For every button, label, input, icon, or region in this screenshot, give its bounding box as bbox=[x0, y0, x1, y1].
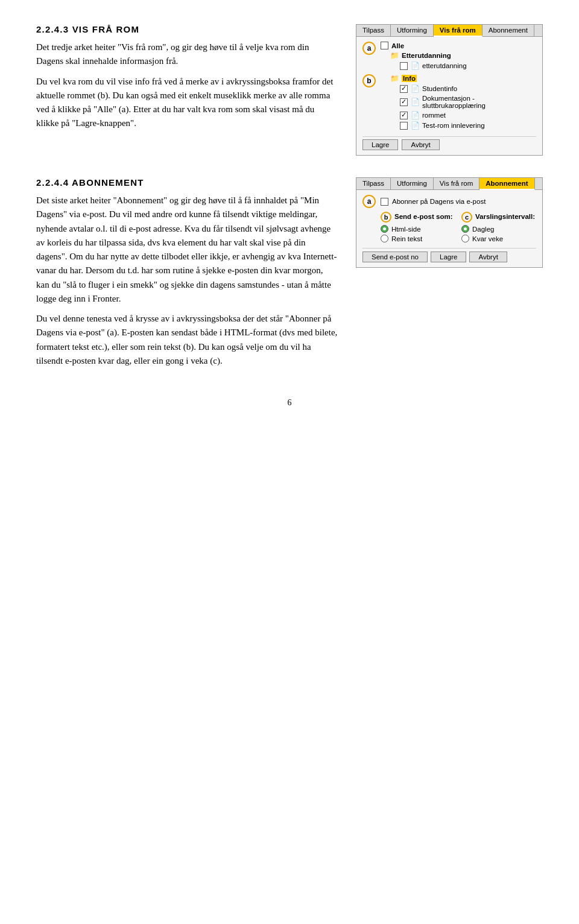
label-c-2: c bbox=[461, 212, 472, 223]
radio-kvarveke-label: Kvar veke bbox=[472, 235, 503, 242]
section1-para2: Du vel kva rom du vil vise info frå ved … bbox=[36, 75, 338, 131]
radio-html: Html-side bbox=[381, 225, 455, 233]
tree-item-testrom: 📄 Test-rom innlevering bbox=[400, 121, 536, 130]
section2-heading: 2.2.4.4 Abonnement bbox=[36, 177, 338, 188]
tab-utforming[interactable]: Utforming bbox=[391, 25, 434, 36]
ab-buttons-row: Send e-post no Lagre Avbryt bbox=[362, 248, 536, 262]
label-b: b bbox=[362, 74, 376, 87]
tree-b: 📁 Info 📄 Studentinfo 📄 bbox=[381, 74, 536, 131]
varsling-label: Varslingsintervall: bbox=[475, 213, 535, 220]
tree-item-etterutdanning-sub: 📄 etterutdanning bbox=[400, 62, 536, 70]
radio-rein: Rein tekst bbox=[381, 235, 455, 242]
label-b-2: b bbox=[381, 212, 391, 223]
tree-item-etterutdanning: 📁 Etterutdanning bbox=[390, 51, 536, 60]
radio-dagleg-label: Dagleg bbox=[472, 226, 494, 233]
section1-text: 2.2.4.3 Vis frå rom Det tredje arket hei… bbox=[36, 24, 338, 168]
folder-icon-etterutdanning: 📁 bbox=[390, 51, 399, 60]
tree-label-testrom: Test-rom innlevering bbox=[422, 122, 485, 129]
send-epost-button[interactable]: Send e-post no bbox=[362, 252, 428, 262]
ui-tab-bar-2: Tilpass Utforming Vis frå rom Abonnement bbox=[356, 178, 542, 190]
tab-vis-fra-rom[interactable]: Vis frå rom bbox=[434, 25, 482, 37]
folder-icon-testrom: 📄 bbox=[411, 121, 420, 130]
tree-label-rommet: rommet bbox=[422, 112, 446, 119]
section2-text: 2.2.4.4 Abonnement Det siste arket heite… bbox=[36, 177, 338, 374]
abonnement-ui: Tilpass Utforming Vis frå rom Abonnement… bbox=[356, 177, 543, 374]
folder-icon-dokumentasjon: 📄 bbox=[411, 98, 420, 106]
radio-kvarveke-circle[interactable] bbox=[461, 235, 469, 242]
send-label: Send e-post som: bbox=[394, 213, 452, 220]
section2-para2: Du vel denne tenesta ved å krysse av i a… bbox=[36, 312, 338, 368]
tree-label-alle: Alle bbox=[391, 42, 404, 49]
checkbox-etterutdanning-sub[interactable] bbox=[400, 62, 408, 70]
tree-label-studentinfo: Studentinfo bbox=[422, 85, 457, 92]
folder-icon-etterutdanning-sub: 📄 bbox=[411, 62, 420, 70]
label-a-2: a bbox=[362, 195, 376, 208]
radio-kvarveke: Kvar veke bbox=[461, 235, 536, 242]
folder-icon-info: 📁 bbox=[390, 74, 399, 83]
tab2-abonnement[interactable]: Abonnement bbox=[479, 178, 534, 190]
tab2-utforming[interactable]: Utforming bbox=[391, 178, 434, 189]
lagre-button-2[interactable]: Lagre bbox=[431, 252, 466, 262]
tree-item-dokumentasjon: 📄 Dokumentasjon - sluttbrukaropplæring bbox=[400, 95, 536, 109]
tab-tilpass[interactable]: Tilpass bbox=[356, 25, 391, 36]
tree-label-info: Info bbox=[402, 75, 417, 82]
checkbox-abonner[interactable] bbox=[381, 198, 388, 206]
section1-para1: Det tredje arket heiter "Vis frå rom", o… bbox=[36, 40, 338, 69]
avbryt-button-2[interactable]: Avbryt bbox=[469, 252, 507, 262]
interval-options: c Varslingsintervall: Dagleg Kvar veke bbox=[461, 212, 536, 244]
vis-fra-rom-ui: Tilpass Utforming Vis frå rom Abonnement… bbox=[356, 24, 543, 168]
tree-item-info: 📁 Info bbox=[390, 74, 536, 83]
radio-dagleg: Dagleg bbox=[461, 225, 536, 233]
abonner-label: Abonner på Dagens via e-post bbox=[392, 198, 486, 205]
folder-icon-rommet: 📄 bbox=[411, 111, 420, 119]
ui-tab-bar: Tilpass Utforming Vis frå rom Abonnement bbox=[356, 25, 542, 37]
send-options: b Send e-post som: Html-side Rein tekst bbox=[381, 212, 455, 244]
tab-abonnement[interactable]: Abonnement bbox=[482, 25, 534, 36]
lagre-button-1[interactable]: Lagre bbox=[362, 139, 398, 150]
tab2-tilpass[interactable]: Tilpass bbox=[356, 178, 391, 189]
tree-item-alle: Alle bbox=[381, 42, 536, 49]
tree-root: Alle 📁 Etterutdanning 📄 etterutdanning bbox=[381, 42, 536, 72]
checkbox-studentinfo[interactable] bbox=[400, 85, 408, 93]
radio-rein-circle[interactable] bbox=[381, 235, 388, 242]
page-number: 6 bbox=[36, 398, 543, 408]
radio-dagleg-circle[interactable] bbox=[461, 225, 469, 233]
checkbox-testrom[interactable] bbox=[400, 122, 408, 130]
tab2-vis-fra-rom[interactable]: Vis frå rom bbox=[434, 178, 479, 189]
ui-buttons-row1: Lagre Avbryt bbox=[362, 136, 536, 150]
avbryt-button-1[interactable]: Avbryt bbox=[402, 139, 439, 150]
section1-heading: 2.2.4.3 Vis frå rom bbox=[36, 24, 338, 34]
checkbox-alle[interactable] bbox=[381, 42, 388, 49]
checkbox-dokumentasjon[interactable] bbox=[400, 98, 408, 106]
checkbox-rommet[interactable] bbox=[400, 112, 408, 119]
radio-rein-label: Rein tekst bbox=[391, 235, 422, 242]
tree-item-studentinfo: 📄 Studentinfo bbox=[400, 84, 536, 93]
abonnement-checkbox-row: a Abonner på Dagens via e-post bbox=[362, 195, 536, 208]
tree-label-dokumentasjon: Dokumentasjon - sluttbrukaropplæring bbox=[422, 95, 536, 109]
radio-html-label: Html-side bbox=[391, 226, 421, 233]
tree-label-etterutdanning-sub: etterutdanning bbox=[422, 62, 467, 69]
section2-para1: Det siste arket heiter "Abonnement" og g… bbox=[36, 194, 338, 306]
label-a: a bbox=[362, 42, 376, 55]
tree-item-rommet: 📄 rommet bbox=[400, 111, 536, 119]
tree-label-etterutdanning: Etterutdanning bbox=[402, 52, 451, 59]
folder-icon-studentinfo: 📄 bbox=[411, 84, 420, 93]
radio-html-circle[interactable] bbox=[381, 225, 388, 233]
